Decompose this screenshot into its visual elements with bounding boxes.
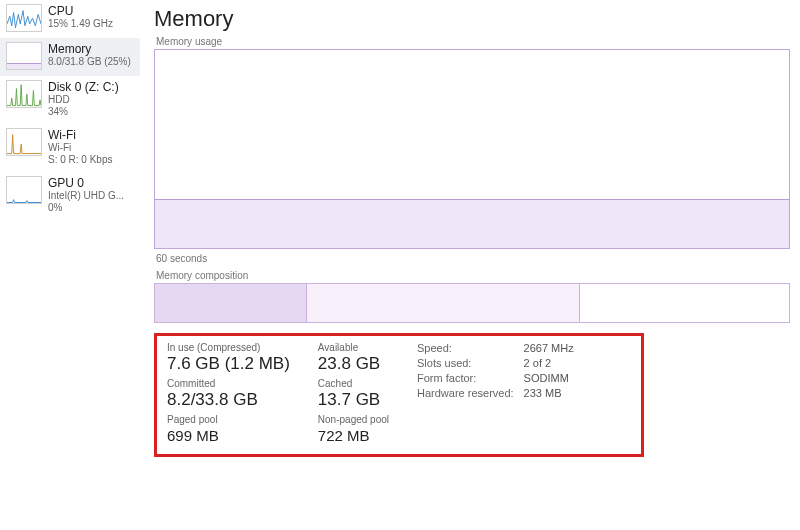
stat-available-value: 23.8 GB <box>318 354 389 374</box>
sidebar-gpu-sub2: 0% <box>48 202 134 214</box>
stat-committed-value: 8.2/33.8 GB <box>167 390 290 410</box>
page-title: Memory <box>154 6 790 32</box>
stat-in-use-label: In use (Compressed) <box>167 342 290 354</box>
composition-in-use <box>155 284 307 322</box>
memory-usage-fill <box>155 199 789 249</box>
wifi-sparkline-icon <box>6 128 42 156</box>
memory-panel: Memory Memory usage 60 seconds Memory co… <box>140 0 800 530</box>
sidebar-item-wifi[interactable]: Wi-Fi Wi-Fi S: 0 R: 0 Kbps <box>0 124 140 172</box>
stat-committed-label: Committed <box>167 378 290 390</box>
usage-chart-label: Memory usage <box>156 36 790 47</box>
hw-hwres-value: 233 MB <box>524 387 574 399</box>
sidebar-disk-sub2: 34% <box>48 106 134 118</box>
stat-paged: Paged pool 699 MB <box>167 414 290 446</box>
sidebar-disk-sub: HDD <box>48 94 134 106</box>
hw-form-label: Form factor: <box>417 372 514 384</box>
stat-cached-value: 13.7 GB <box>318 390 389 410</box>
memory-sparkline-icon <box>6 42 42 70</box>
stat-committed: Committed 8.2/33.8 GB <box>167 378 290 410</box>
sidebar-memory-title: Memory <box>48 42 134 56</box>
disk-sparkline-icon <box>6 80 42 108</box>
sidebar-gpu-title: GPU 0 <box>48 176 134 190</box>
sidebar-item-cpu[interactable]: CPU 15% 1.49 GHz <box>0 0 140 38</box>
stat-available: Available 23.8 GB <box>318 342 389 374</box>
memory-hw-info: Speed: 2667 MHz Slots used: 2 of 2 Form … <box>417 342 574 446</box>
sidebar-item-memory[interactable]: Memory 8.0/31.8 GB (25%) <box>0 38 140 76</box>
sidebar-item-gpu[interactable]: GPU 0 Intel(R) UHD G... 0% <box>0 172 140 220</box>
memory-stats-grid: In use (Compressed) 7.6 GB (1.2 MB) Avai… <box>167 342 389 446</box>
composition-free <box>580 284 789 322</box>
stat-nonpaged-value: 722 MB <box>318 426 389 446</box>
memory-stats-highlight: In use (Compressed) 7.6 GB (1.2 MB) Avai… <box>154 333 644 457</box>
sidebar-item-disk[interactable]: Disk 0 (Z: C:) HDD 34% <box>0 76 140 124</box>
hw-slots-label: Slots used: <box>417 357 514 369</box>
stat-cached-label: Cached <box>318 378 389 390</box>
usage-time-axis: 60 seconds <box>156 253 790 264</box>
stat-available-label: Available <box>318 342 389 354</box>
memory-usage-chart <box>154 49 790 249</box>
hw-slots-value: 2 of 2 <box>524 357 574 369</box>
stat-nonpaged-label: Non-paged pool <box>318 414 389 426</box>
memory-composition-chart <box>154 283 790 323</box>
gpu-sparkline-icon <box>6 176 42 204</box>
composition-standby <box>307 284 580 322</box>
sidebar-wifi-sub2: S: 0 R: 0 Kbps <box>48 154 134 166</box>
hw-speed-value: 2667 MHz <box>524 342 574 354</box>
stat-in-use-value: 7.6 GB (1.2 MB) <box>167 354 290 374</box>
stat-paged-value: 699 MB <box>167 426 290 446</box>
hw-hwres-label: Hardware reserved: <box>417 387 514 399</box>
sidebar-cpu-sub: 15% 1.49 GHz <box>48 18 134 30</box>
hw-speed-label: Speed: <box>417 342 514 354</box>
cpu-sparkline-icon <box>6 4 42 32</box>
stat-paged-label: Paged pool <box>167 414 290 426</box>
sidebar-gpu-sub: Intel(R) UHD G... <box>48 190 134 202</box>
sidebar-cpu-title: CPU <box>48 4 134 18</box>
stat-nonpaged: Non-paged pool 722 MB <box>318 414 389 446</box>
sidebar-memory-sub: 8.0/31.8 GB (25%) <box>48 56 134 68</box>
hw-form-value: SODIMM <box>524 372 574 384</box>
sidebar-wifi-title: Wi-Fi <box>48 128 134 142</box>
composition-label: Memory composition <box>156 270 790 281</box>
performance-sidebar: CPU 15% 1.49 GHz Memory 8.0/31.8 GB (25%… <box>0 0 140 530</box>
stat-cached: Cached 13.7 GB <box>318 378 389 410</box>
sidebar-disk-title: Disk 0 (Z: C:) <box>48 80 134 94</box>
stat-in-use: In use (Compressed) 7.6 GB (1.2 MB) <box>167 342 290 374</box>
sidebar-wifi-sub: Wi-Fi <box>48 142 134 154</box>
